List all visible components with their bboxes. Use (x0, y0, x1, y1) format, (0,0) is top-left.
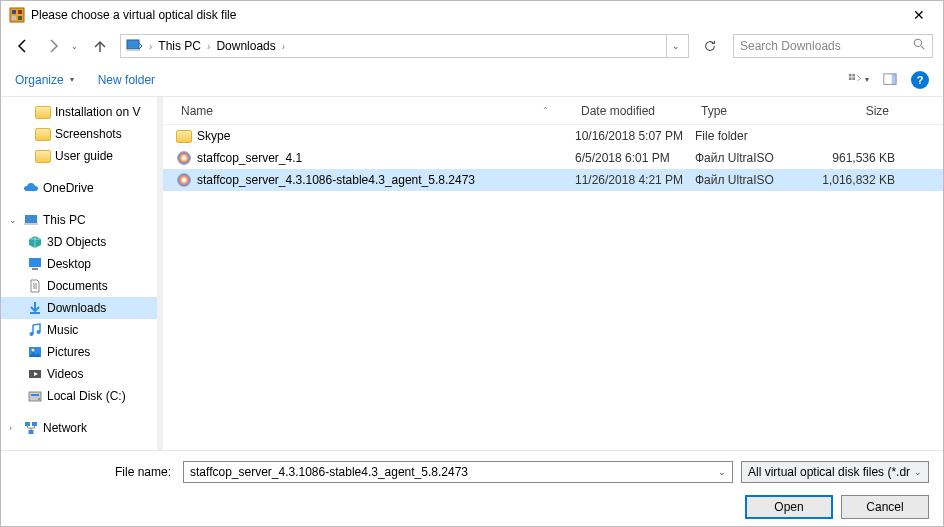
up-button[interactable] (88, 34, 112, 58)
filename-input[interactable]: staffcop_server_4.3.1086-stable4.3_agent… (183, 461, 733, 483)
file-row[interactable]: staffcop_server_4.1 6/5/2018 6:01 PM Фай… (163, 147, 943, 169)
pictures-icon (27, 344, 43, 360)
svg-point-19 (37, 330, 41, 334)
sidebar: Installation on VScreenshotsUser guideOn… (1, 97, 157, 451)
file-size: 1,016,832 KB (805, 173, 895, 187)
sidebar-item[interactable]: User guide (1, 145, 157, 167)
sidebar-item[interactable]: Installation on V (1, 101, 157, 123)
sidebar-item-videos[interactable]: Videos (1, 363, 157, 385)
sidebar-item-desktop[interactable]: Desktop (1, 253, 157, 275)
sidebar-network[interactable]: ›Network (1, 417, 157, 439)
onedrive-icon (23, 180, 39, 196)
svg-rect-9 (852, 73, 855, 76)
breadcrumb-sep[interactable]: › (280, 41, 287, 52)
breadcrumb-folder[interactable]: Downloads (212, 39, 279, 53)
file-date: 11/26/2018 4:21 PM (575, 173, 695, 187)
svg-rect-17 (32, 268, 38, 270)
sidebar-thispc[interactable]: ⌄This PC (1, 209, 157, 231)
file-size: 961,536 KB (805, 151, 895, 165)
folder-icon (175, 130, 193, 143)
svg-rect-3 (12, 16, 16, 20)
videos-icon (27, 366, 43, 382)
disc-icon (175, 151, 193, 165)
search-input[interactable]: Search Downloads (733, 34, 933, 58)
svg-rect-11 (852, 77, 855, 80)
sidebar-item-pictures[interactable]: Pictures (1, 341, 157, 363)
column-type[interactable]: Type (695, 104, 805, 118)
svg-point-18 (30, 332, 34, 336)
3d-icon (27, 234, 43, 250)
sort-indicator-icon: ⌃ (542, 106, 549, 115)
svg-rect-2 (18, 10, 22, 14)
svg-point-7 (914, 39, 921, 46)
folder-icon (35, 126, 51, 142)
svg-rect-5 (127, 40, 139, 49)
breadcrumb[interactable]: › This PC › Downloads › ⌄ (120, 34, 689, 58)
file-name: staffcop_server_4.3.1086-stable4.3_agent… (197, 173, 575, 187)
organize-menu[interactable]: Organize▾ (15, 73, 74, 87)
breadcrumb-sep[interactable]: › (147, 41, 154, 52)
desktop-icon (27, 256, 43, 272)
view-icons-button[interactable]: ▾ (847, 69, 869, 91)
svg-rect-4 (18, 16, 22, 20)
column-date[interactable]: Date modified (575, 104, 695, 118)
newfolder-button[interactable]: New folder (98, 73, 155, 87)
navbar: ⌄ › This PC › Downloads › ⌄ Search Downl… (1, 29, 943, 63)
svg-rect-13 (892, 73, 896, 84)
svg-rect-24 (31, 394, 39, 396)
svg-rect-27 (32, 422, 37, 426)
app-icon (9, 7, 25, 23)
file-type: Файл UltraISO (695, 173, 805, 187)
file-row[interactable]: staffcop_server_4.3.1086-stable4.3_agent… (163, 169, 943, 191)
back-button[interactable] (11, 34, 35, 58)
open-button[interactable]: Open (745, 495, 833, 519)
window-title: Please choose a virtual optical disk fil… (31, 8, 903, 22)
preview-pane-button[interactable] (879, 69, 901, 91)
disc-icon (175, 173, 193, 187)
breadcrumb-root[interactable]: This PC (154, 39, 205, 53)
svg-rect-10 (849, 77, 852, 80)
network-icon (23, 420, 39, 436)
file-row[interactable]: Skype 10/16/2018 5:07 PM File folder (163, 125, 943, 147)
file-type: Файл UltraISO (695, 151, 805, 165)
breadcrumb-dropdown[interactable]: ⌄ (666, 35, 684, 57)
search-icon (913, 38, 926, 54)
file-area: Name⌃ Date modified Type Size Skype 10/1… (163, 97, 943, 451)
expand-icon[interactable]: › (9, 423, 19, 433)
collapse-icon[interactable]: ⌄ (9, 215, 19, 225)
column-name[interactable]: Name⌃ (175, 104, 575, 118)
breadcrumb-sep[interactable]: › (205, 41, 212, 52)
bottom-bar: File name: staffcop_server_4.3.1086-stab… (1, 450, 943, 526)
svg-rect-1 (12, 10, 16, 14)
music-icon (27, 322, 43, 338)
sidebar-item[interactable]: Screenshots (1, 123, 157, 145)
column-size[interactable]: Size (805, 104, 895, 118)
sidebar-item-documents[interactable]: Documents (1, 275, 157, 297)
refresh-button[interactable] (699, 35, 721, 57)
cancel-button[interactable]: Cancel (841, 495, 929, 519)
chevron-down-icon[interactable]: ⌄ (718, 467, 726, 477)
sidebar-item-disk[interactable]: Local Disk (C:) (1, 385, 157, 407)
svg-rect-16 (29, 258, 41, 267)
file-type: File folder (695, 129, 805, 143)
sidebar-item-3d[interactable]: 3D Objects (1, 231, 157, 253)
downloads-icon (27, 300, 43, 316)
forward-button[interactable] (41, 34, 65, 58)
documents-icon (27, 278, 43, 294)
column-headers[interactable]: Name⌃ Date modified Type Size (163, 97, 943, 125)
disk-icon (27, 388, 43, 404)
chevron-down-icon[interactable]: ⌄ (914, 467, 922, 477)
sidebar-onedrive[interactable]: OneDrive (1, 177, 157, 199)
sidebar-item-downloads[interactable]: Downloads (1, 297, 157, 319)
svg-rect-6 (126, 49, 140, 51)
filename-label: File name: (15, 465, 175, 479)
filetype-filter[interactable]: All virtual optical disk files (*.dr ⌄ (741, 461, 929, 483)
help-button[interactable]: ? (911, 71, 929, 89)
folder-icon (35, 148, 51, 164)
file-date: 6/5/2018 6:01 PM (575, 151, 695, 165)
folder-icon (35, 104, 51, 120)
sidebar-item-music[interactable]: Music (1, 319, 157, 341)
history-dropdown[interactable]: ⌄ (71, 42, 78, 51)
titlebar: Please choose a virtual optical disk fil… (1, 1, 943, 29)
close-button[interactable]: ✕ (903, 3, 935, 27)
